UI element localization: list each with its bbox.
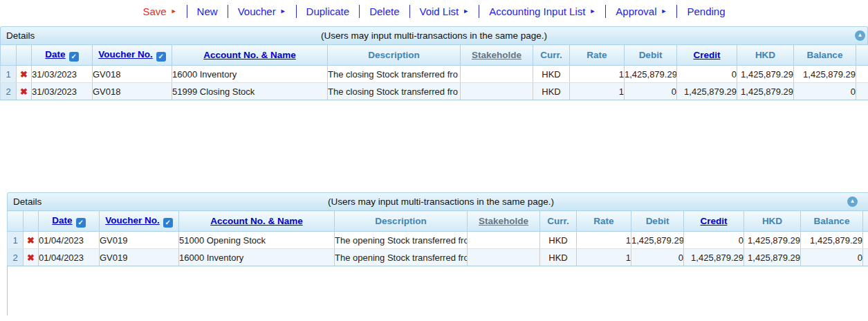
credit-sort-link[interactable]: Credit <box>693 50 720 60</box>
check-icon: ✓ <box>69 52 79 62</box>
cell-date[interactable]: 01/04/2023 <box>39 249 100 266</box>
cell-credit[interactable]: 1,425,879.29 <box>684 249 744 266</box>
cell-stakeholder[interactable] <box>468 249 540 266</box>
cell-debit[interactable]: 0 <box>631 249 684 266</box>
cell-date[interactable]: 31/03/2023 <box>32 83 93 100</box>
cell-balance[interactable]: 1,425,879.29 <box>794 66 856 83</box>
date-checkbox[interactable]: ✓ <box>69 52 79 62</box>
table-row: 2 ✖ 01/04/2023 GV019 16000 Inventory The… <box>8 249 868 266</box>
toolbar-void-list-button[interactable]: Void List ► <box>410 5 480 18</box>
toolbar-delete-button[interactable]: Delete <box>360 5 409 18</box>
spacer-cell <box>856 83 868 100</box>
column-header-account: Account No. & Name <box>179 211 335 232</box>
cell-account[interactable]: 16000 Inventory <box>179 249 335 266</box>
cell-rate[interactable]: 1 <box>577 249 631 266</box>
table-row: 2 ✖ 31/03/2023 GV018 51999 Closing Stock… <box>1 83 868 100</box>
delete-cell: ✖ <box>17 83 32 100</box>
delete-row-icon[interactable]: ✖ <box>20 69 28 80</box>
save-label: Save <box>142 5 166 18</box>
date-sort-link[interactable]: Date <box>45 49 65 59</box>
cell-currency[interactable]: HKD <box>533 83 570 100</box>
column-header-stakeholder: Stakeholde <box>461 45 533 66</box>
cell-hkd[interactable]: 1,425,879.29 <box>744 232 801 249</box>
cell-credit[interactable]: 0 <box>684 232 744 249</box>
cell-rate[interactable]: 1 <box>570 83 625 100</box>
toolbar-accounting-input-list-button[interactable]: Accounting Input List ► <box>479 5 606 18</box>
panel-title: Details <box>13 193 41 210</box>
cell-account[interactable]: 16000 Inventory <box>172 66 328 83</box>
voucher-no-sort-link[interactable]: Voucher No. <box>105 215 160 226</box>
cell-debit[interactable]: 1,425,879.29 <box>625 66 677 83</box>
stakeholder-sort-link[interactable]: Stakeholde <box>472 50 521 60</box>
toolbar-duplicate-button[interactable]: Duplicate <box>297 5 360 18</box>
cell-balance[interactable]: 1,425,879.29 <box>801 232 863 249</box>
toolbar-approval-button[interactable]: Approval ► <box>606 5 677 18</box>
voucher-no-checkbox[interactable]: ✓ <box>163 218 173 228</box>
cell-balance[interactable]: 0 <box>794 83 856 100</box>
delete-row-icon[interactable]: ✖ <box>27 235 35 246</box>
cell-description[interactable]: The opening Stock transferred fro <box>335 232 468 249</box>
cell-description[interactable]: The closing Stock transferred fro <box>328 83 461 100</box>
spacer-column-header <box>856 45 868 66</box>
check-icon: ✓ <box>163 218 173 228</box>
cell-credit[interactable]: 0 <box>677 66 737 83</box>
date-sort-link[interactable]: Date <box>52 215 72 226</box>
cell-description[interactable]: The opening Stock transferred fro <box>335 249 468 266</box>
cell-hkd[interactable]: 1,425,879.29 <box>737 66 794 83</box>
cell-stakeholder[interactable] <box>468 232 540 249</box>
cell-balance[interactable]: 0 <box>801 249 863 266</box>
cell-date[interactable]: 31/03/2023 <box>32 66 93 83</box>
cell-account[interactable]: 51999 Closing Stock <box>172 83 328 100</box>
cell-debit[interactable]: 0 <box>625 83 677 100</box>
cell-rate[interactable]: 1 <box>570 66 625 83</box>
toolbar-pending-button[interactable]: Pending <box>677 5 735 18</box>
chevron-up-icon: ▲ <box>847 196 858 206</box>
cell-voucher-no[interactable]: GV018 <box>93 83 172 100</box>
row-number-header <box>8 211 24 232</box>
cell-voucher-no[interactable]: GV018 <box>93 66 172 83</box>
toolbar-voucher-button[interactable]: Voucher ► <box>228 5 297 18</box>
toolbar-new-button[interactable]: New <box>187 5 228 18</box>
delete-row-icon[interactable]: ✖ <box>20 86 28 97</box>
collapse-panel-button[interactable]: ▲ <box>847 196 858 207</box>
cell-credit[interactable]: 1,425,879.29 <box>677 83 737 100</box>
column-header-date: Date✓ <box>39 211 100 232</box>
cell-stakeholder[interactable] <box>461 66 533 83</box>
stakeholder-sort-link[interactable]: Stakeholde <box>479 216 528 226</box>
collapse-panel-button[interactable]: ▲ <box>855 30 865 41</box>
cell-voucher-no[interactable]: GV019 <box>100 249 179 266</box>
cell-currency[interactable]: HKD <box>540 249 577 266</box>
cell-currency[interactable]: HKD <box>540 232 577 249</box>
toolbar-save-button[interactable]: Save ► <box>133 5 187 18</box>
column-header-currency: Curr. <box>533 45 570 66</box>
column-header-description: Description <box>328 45 461 66</box>
date-checkbox[interactable]: ✓ <box>76 218 86 228</box>
delete-row-icon[interactable]: ✖ <box>27 253 35 263</box>
row-number: 2 <box>8 249 24 266</box>
account-sort-link[interactable]: Account No. & Name <box>203 50 296 60</box>
account-sort-link[interactable]: Account No. & Name <box>210 216 303 226</box>
panel-titlebar: Details (Users may input multi-transacti… <box>0 26 868 44</box>
details-panel-1: Details (Users may input multi-transacti… <box>0 26 868 100</box>
cell-rate[interactable]: 1 <box>577 232 631 249</box>
spacer-cell <box>856 66 868 83</box>
cell-currency[interactable]: HKD <box>533 66 570 83</box>
cell-description[interactable]: The closing Stock transferred fro <box>328 66 461 83</box>
header-row: Date✓ Voucher No.✓ Account No. & Name De… <box>1 45 868 66</box>
cell-account[interactable]: 51000 Opening Stock <box>179 232 335 249</box>
cell-debit[interactable]: 1,425,879.29 <box>631 232 684 249</box>
voucher-no-sort-link[interactable]: Voucher No. <box>98 49 153 59</box>
details-table-1: Date✓ Voucher No.✓ Account No. & Name De… <box>0 44 868 100</box>
cell-stakeholder[interactable] <box>461 83 533 100</box>
cell-voucher-no[interactable]: GV019 <box>100 232 179 249</box>
credit-sort-link[interactable]: Credit <box>700 216 727 226</box>
cell-date[interactable]: 01/04/2023 <box>39 232 100 249</box>
cell-hkd[interactable]: 1,425,879.29 <box>737 83 794 100</box>
new-label: New <box>197 5 218 18</box>
column-header-balance: Balance <box>801 211 863 232</box>
pending-label: Pending <box>687 5 725 18</box>
duplicate-label: Duplicate <box>306 5 350 18</box>
panel-titlebar: Details (Users may input multi-transacti… <box>7 192 868 210</box>
cell-hkd[interactable]: 1,425,879.29 <box>744 249 801 266</box>
voucher-no-checkbox[interactable]: ✓ <box>156 52 166 62</box>
